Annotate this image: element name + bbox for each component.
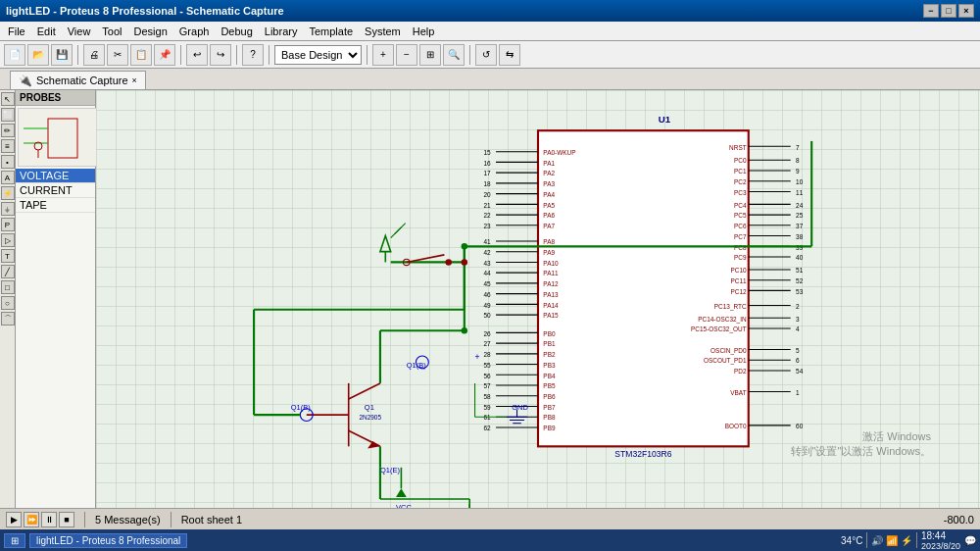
power-tool[interactable]: ⚡ xyxy=(1,186,15,200)
zoom-fit-btn[interactable]: ⊞ xyxy=(419,44,441,66)
svg-text:54: 54 xyxy=(796,368,804,375)
svg-text:37: 37 xyxy=(796,223,804,229)
sep6 xyxy=(469,45,470,65)
menu-library[interactable]: Library xyxy=(259,24,304,39)
label-tool[interactable]: A xyxy=(1,171,15,184)
svg-text:PA3: PA3 xyxy=(543,180,555,187)
component-tool[interactable]: ⬜ xyxy=(1,108,15,122)
status-sep1 xyxy=(84,512,85,527)
menu-template[interactable]: Template xyxy=(303,24,359,39)
window-controls: − □ × xyxy=(923,4,974,18)
text-tool[interactable]: T xyxy=(1,249,15,263)
svg-text:PB8: PB8 xyxy=(543,414,556,421)
design-select[interactable]: Base Design xyxy=(274,45,362,65)
maximize-button[interactable]: □ xyxy=(941,4,956,18)
sep5 xyxy=(367,45,368,65)
svg-text:5: 5 xyxy=(796,347,800,354)
svg-text:PC5: PC5 xyxy=(734,212,747,219)
taskbar-window-item[interactable]: lightLED - Proteus 8 Professional xyxy=(29,533,187,548)
svg-text:6: 6 xyxy=(796,358,800,365)
time-display: 18:44 xyxy=(921,530,960,541)
minimize-button[interactable]: − xyxy=(923,4,939,18)
taskbar-window-label: lightLED - Proteus 8 Professional xyxy=(36,535,180,546)
select-tool[interactable]: ↖ xyxy=(1,92,15,106)
status-bar: ▶ ⏩ ⏸ ■ 5 Message(s) Root sheet 1 -800.0 xyxy=(0,508,980,529)
junction-tool[interactable]: • xyxy=(1,155,15,169)
menu-view[interactable]: View xyxy=(62,24,97,39)
open-btn[interactable]: 📂 xyxy=(27,44,49,66)
svg-text:PD2: PD2 xyxy=(734,368,747,375)
svg-text:U1: U1 xyxy=(659,114,671,125)
svg-text:PC9: PC9 xyxy=(734,254,747,261)
menu-edit[interactable]: Edit xyxy=(31,24,62,39)
rotate-btn[interactable]: ↺ xyxy=(475,44,497,66)
toolbar: 📄 📂 💾 🖨 ✂ 📋 📌 ↩ ↪ ? Base Design + − ⊞ 🔍 … xyxy=(0,41,980,69)
zoom-in-btn[interactable]: + xyxy=(372,44,394,66)
windows-logo: ⊞ xyxy=(11,535,19,546)
probe-tool[interactable]: P xyxy=(1,218,15,231)
box-tool[interactable]: □ xyxy=(1,280,15,294)
svg-text:PA4: PA4 xyxy=(543,191,555,198)
bus-tool[interactable]: ≡ xyxy=(1,139,15,153)
svg-text:56: 56 xyxy=(484,373,492,379)
canvas-area[interactable]: U1 STM32F103R6 15 PA0-WKUP 16 PA1 17 PA2… xyxy=(96,90,980,508)
schematic-tab[interactable]: 🔌 Schematic Capture × xyxy=(10,71,146,89)
wire-tool[interactable]: ✏ xyxy=(1,124,15,137)
start-button[interactable]: ⊞ xyxy=(4,533,25,548)
arc-tool[interactable]: ⌒ xyxy=(1,312,15,326)
svg-text:17: 17 xyxy=(484,170,492,176)
save-btn[interactable]: 💾 xyxy=(51,44,73,66)
probe-tape[interactable]: TAPE xyxy=(16,198,95,213)
play-button[interactable]: ▶ xyxy=(6,512,22,527)
port-tool[interactable]: ▷ xyxy=(1,233,15,247)
paste-btn[interactable]: 📌 xyxy=(154,44,175,66)
redo-btn[interactable]: ↪ xyxy=(210,44,231,66)
menu-file[interactable]: File xyxy=(2,24,31,39)
mirror-btn[interactable]: ⇆ xyxy=(499,44,520,66)
svg-marker-194 xyxy=(396,488,407,497)
new-btn[interactable]: 📄 xyxy=(4,44,25,66)
notification-icon[interactable]: 💬 xyxy=(964,535,976,546)
svg-text:52: 52 xyxy=(796,277,804,284)
menu-system[interactable]: System xyxy=(359,24,407,39)
svg-text:15: 15 xyxy=(484,149,492,156)
menu-graph[interactable]: Graph xyxy=(173,24,216,39)
sep1 xyxy=(77,45,78,65)
close-button[interactable]: × xyxy=(958,4,974,18)
menu-help[interactable]: Help xyxy=(407,24,441,39)
svg-text:2: 2 xyxy=(796,303,800,310)
svg-text:3: 3 xyxy=(796,316,800,323)
svg-text:PB2: PB2 xyxy=(543,351,556,358)
svg-text:PC11: PC11 xyxy=(731,277,748,284)
copy-btn[interactable]: 📋 xyxy=(130,44,152,66)
sheet-name: Root sheet 1 xyxy=(181,514,242,526)
svg-text:PA5: PA5 xyxy=(543,202,555,209)
pause-button[interactable]: ⏸ xyxy=(41,512,57,527)
schematic-tab-label: Schematic Capture xyxy=(36,75,128,86)
probe-current[interactable]: CURRENT xyxy=(16,183,95,198)
svg-text:61: 61 xyxy=(484,414,492,421)
line-tool[interactable]: ╱ xyxy=(1,265,15,278)
circle-tool[interactable]: ○ xyxy=(1,296,15,310)
cut-btn[interactable]: ✂ xyxy=(107,44,128,66)
messages-count: 5 Message(s) xyxy=(95,514,161,526)
menu-design[interactable]: Design xyxy=(128,24,173,39)
menu-tool[interactable]: Tool xyxy=(96,24,127,39)
ground-tool[interactable]: ⏚ xyxy=(1,202,15,216)
svg-text:+: + xyxy=(475,352,480,362)
probe-voltage[interactable]: VOLTAGE xyxy=(16,169,95,183)
svg-text:2N2905: 2N2905 xyxy=(359,414,381,421)
play-controls: ▶ ⏩ ⏸ ■ xyxy=(6,512,74,527)
sep4 xyxy=(269,45,270,65)
zoom-area-btn[interactable]: 🔍 xyxy=(443,44,465,66)
zoom-out-btn[interactable]: − xyxy=(396,44,417,66)
svg-text:PA10: PA10 xyxy=(543,260,559,267)
print-btn[interactable]: 🖨 xyxy=(83,44,105,66)
stop-button[interactable]: ■ xyxy=(59,512,74,527)
probe-list: VOLTAGE CURRENT TAPE xyxy=(16,169,95,213)
help-btn[interactable]: ? xyxy=(242,44,264,66)
undo-btn[interactable]: ↩ xyxy=(186,44,208,66)
menu-debug[interactable]: Debug xyxy=(215,24,258,39)
step-button[interactable]: ⏩ xyxy=(24,512,39,527)
schematic-tab-close[interactable]: × xyxy=(132,75,137,85)
